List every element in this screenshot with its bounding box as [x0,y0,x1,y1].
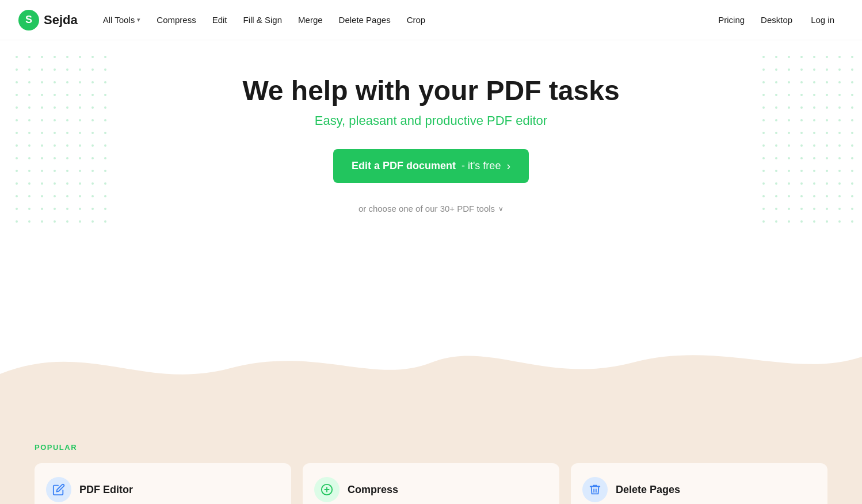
tools-grid: PDF Editor Edit PDF files for free. Fill… [35,463,827,504]
fill-sign-link[interactable]: Fill & Sign [237,10,289,29]
tools-dropdown-link[interactable]: or choose one of our 30+ PDF tools ∨ [358,204,504,213]
delete-pages-card[interactable]: Delete Pages Remove pages from a PDF doc… [571,463,827,504]
hero-subtitle: Easy, pleasant and productive PDF editor [12,113,850,128]
chevron-down-sm-icon: ∨ [498,205,504,213]
delete-pages-header: Delete Pages [582,477,816,502]
cta-bold-text: Edit a PDF document [352,160,456,172]
hero-section: document.write(Array(112).fill('<div cla… [0,40,862,282]
pdf-editor-icon [46,477,71,502]
pdf-editor-title: PDF Editor [79,484,133,496]
nav-right-links: Pricing Desktop Log in [711,10,844,29]
logo[interactable]: S Sejda [18,10,78,30]
chevron-down-icon: ▾ [137,16,140,24]
navbar: S Sejda All Tools ▾ Compress Edit Fill &… [0,0,862,40]
compress-header: Compress [314,477,548,502]
wave-divider [0,305,862,420]
cta-normal-text: - it's free [461,160,501,172]
desktop-link[interactable]: Desktop [754,10,799,29]
edit-pdf-cta-button[interactable]: Edit a PDF document - it's free › [333,149,529,183]
delete-pages-icon [582,477,608,502]
logo-name: Sejda [44,13,78,28]
compress-card[interactable]: Compress Reduce the size of your PDF [303,463,559,504]
compress-link[interactable]: Compress [150,10,203,29]
pdf-editor-card[interactable]: PDF Editor Edit PDF files for free. Fill… [35,463,291,504]
compress-icon [314,477,340,502]
all-tools-link[interactable]: All Tools ▾ [96,10,148,29]
popular-section: POPULAR PDF Editor Edit PDF files for fr… [0,420,862,504]
delete-pages-link[interactable]: Delete Pages [332,10,398,29]
delete-pages-title: Delete Pages [616,484,680,496]
pdf-editor-header: PDF Editor [46,477,280,502]
hero-title: We help with your PDF tasks [12,75,850,106]
popular-label: POPULAR [35,443,827,452]
crop-link[interactable]: Crop [400,10,433,29]
merge-link[interactable]: Merge [291,10,330,29]
nav-main-links: All Tools ▾ Compress Edit Fill & Sign Me… [96,10,712,29]
logo-icon: S [18,10,39,30]
compress-title: Compress [348,484,398,496]
pricing-link[interactable]: Pricing [711,10,752,29]
cta-arrow-icon: › [506,159,510,173]
login-link[interactable]: Log in [802,10,844,29]
edit-link[interactable]: Edit [205,10,234,29]
